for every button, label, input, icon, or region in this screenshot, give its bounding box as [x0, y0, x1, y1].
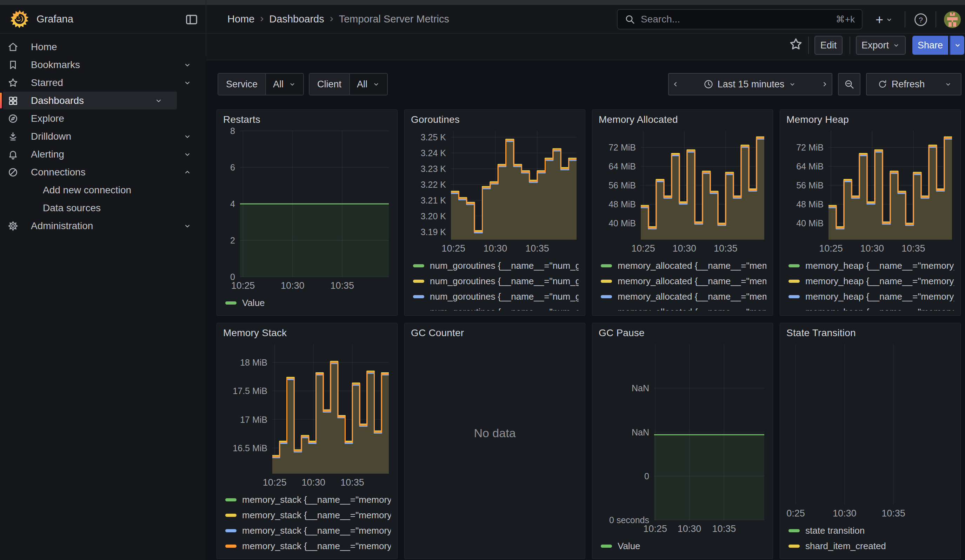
legend-item[interactable]: num_goroutines {__name__="num_go [413, 273, 579, 289]
sidebar-item-add-new-connection[interactable]: Add new connection [0, 181, 206, 199]
legend-label: state transition [805, 525, 865, 536]
time-range-picker[interactable]: Last 15 minutes [682, 73, 818, 95]
svg-text:10:30: 10:30 [301, 477, 325, 488]
legend-item[interactable]: memory_stack {__name__="memory_s [225, 492, 391, 508]
chevron-down-icon[interactable] [183, 222, 191, 230]
sidebar-item-bookmarks[interactable]: Bookmarks [0, 56, 206, 73]
sidebar-item-home[interactable]: Home [0, 38, 206, 56]
dock-sidebar-icon[interactable] [183, 12, 200, 27]
series-marker [601, 310, 612, 311]
avatar[interactable] [944, 11, 961, 28]
chevron-down-icon[interactable] [183, 150, 191, 158]
chevron-down-icon[interactable] [183, 78, 191, 87]
legend: memory_stack {__name__="memory_s memory_… [223, 492, 391, 553]
time-range-back-button[interactable] [668, 73, 683, 95]
legend-item[interactable]: memory_heap {__name__="memory_h [788, 258, 954, 273]
state-transition-chart[interactable]: 0:2510:3010:35 [787, 341, 954, 521]
sidebar-item-data-sources[interactable]: Data sources [0, 199, 206, 217]
legend-item[interactable]: memory_heap {__name__="memory_h [788, 304, 954, 310]
legend-item[interactable]: memory_stack {__name__="memory_s [225, 523, 391, 538]
svg-text:0: 0 [644, 471, 649, 481]
search-input[interactable] [640, 13, 831, 25]
breadcrumb-dashboards[interactable]: Dashboards [269, 13, 324, 25]
panel-title[interactable]: GC Pause [599, 327, 766, 339]
chevron-down-icon[interactable] [154, 96, 163, 105]
legend-label: shard_item_created [805, 541, 886, 552]
sidebar-item-administration[interactable]: Administration [0, 217, 206, 235]
panel-title[interactable]: GC Counter [411, 327, 579, 339]
client-filter[interactable]: Client All [309, 73, 388, 95]
svg-text:48 MiB: 48 MiB [608, 199, 636, 209]
chevron-down-icon[interactable] [183, 61, 191, 69]
panel-title[interactable]: State Transition [787, 327, 954, 339]
legend-item[interactable]: memory_stack {__name__="memory_s [225, 508, 391, 523]
legend-item[interactable]: memory_allocated {__name__="memo [601, 258, 766, 273]
legend-item[interactable]: state transition [788, 523, 954, 538]
share-dropdown-button[interactable] [950, 36, 964, 55]
chevron-left-icon [671, 80, 680, 88]
star-dashboard-button[interactable] [789, 37, 804, 53]
clock-icon [703, 79, 713, 89]
legend-label: num_goroutines {__name__="num_go [430, 307, 579, 311]
legend-item[interactable]: memory_allocated {__name__="memo [601, 273, 766, 289]
goroutines-chart[interactable]: 10:2510:3010:353.25 K3.24 K3.23 K3.22 K3… [411, 127, 579, 256]
svg-text:64 MiB: 64 MiB [608, 162, 636, 171]
svg-text:3.24 K: 3.24 K [421, 148, 447, 158]
legend-item[interactable]: memory_stack {__name__="memory_s [225, 538, 391, 553]
svg-text:10:30: 10:30 [860, 243, 884, 254]
panel-title[interactable]: Goroutines [411, 114, 579, 125]
search-input-wrap[interactable]: ⌘+k [617, 9, 862, 29]
legend-item[interactable]: memory_allocated {__name__="memo [601, 289, 766, 304]
panel-gc-pause: GC Pause 10:2510:3010:35NaNNaN00 seconds… [592, 323, 773, 559]
nav-divider [936, 11, 936, 28]
sidebar-item-connections[interactable]: Connections [0, 163, 206, 181]
sidebar-item-explore[interactable]: Explore [0, 109, 206, 127]
sidebar-item-dashboards[interactable]: Dashboards [3, 91, 177, 109]
panel-title[interactable]: Memory Allocated [599, 114, 766, 125]
panel-memory-heap: Memory Heap 10:2510:3010:3572 MiB64 MiB5… [780, 109, 961, 316]
memory-stack-chart[interactable]: 10:2510:3010:3518 MiB17.5 MiB17 MiB16.5 … [223, 341, 391, 490]
search-shortcut: ⌘+k [836, 14, 855, 25]
memory-allocated-chart[interactable]: 10:2510:3010:3572 MiB64 MiB56 MiB48 MiB4… [599, 127, 766, 256]
legend-item[interactable]: num_goroutines {__name__="num_go [413, 304, 579, 310]
add-new-button[interactable]: + [871, 11, 898, 28]
panel-title[interactable]: Restarts [223, 114, 391, 125]
legend-item[interactable]: num_goroutines {__name__="num_go [413, 258, 579, 273]
svg-text:40 MiB: 40 MiB [608, 218, 636, 228]
legend-item[interactable]: memory_allocated {__name__="memo [601, 304, 766, 310]
gc-pause-chart[interactable]: 10:2510:3010:35NaNNaN00 seconds [599, 341, 766, 536]
panel-title[interactable]: Memory Heap [787, 114, 954, 125]
legend-item[interactable]: memory_heap {__name__="memory_h [788, 289, 954, 304]
edit-button[interactable]: Edit [815, 36, 842, 55]
refresh-button[interactable]: Refresh [866, 73, 936, 95]
panel-title[interactable]: Memory Stack [223, 327, 391, 339]
restarts-chart[interactable]: 10:2510:3010:3586420 [223, 127, 391, 293]
legend-item[interactable]: Value [601, 538, 766, 553]
legend-item[interactable]: memory_heap {__name__="memory_h [788, 273, 954, 289]
chevron-down-icon[interactable] [183, 132, 191, 141]
service-filter[interactable]: Service All [218, 73, 304, 95]
share-button[interactable]: Share [913, 36, 948, 55]
export-button[interactable]: Export [856, 36, 906, 55]
sidebar-item-starred[interactable]: Starred [0, 73, 206, 91]
svg-text:10:35: 10:35 [330, 280, 354, 291]
breadcrumb: Home › Dashboards › Temporal Server Metr… [227, 5, 449, 33]
grafana-logo-icon[interactable] [10, 9, 29, 29]
sidebar-item-drilldown[interactable]: Drilldown [0, 127, 206, 145]
chevron-up-icon[interactable] [183, 168, 191, 176]
legend-item[interactable]: num_goroutines {__name__="num_go [413, 289, 579, 304]
top-nav: Grafana Home › Dashboards › Temporal Ser… [0, 5, 965, 34]
zoom-out-button[interactable] [838, 73, 860, 95]
svg-text:64 MiB: 64 MiB [796, 162, 824, 171]
legend-item[interactable]: shard_item_created [788, 538, 954, 553]
breadcrumb-home[interactable]: Home [227, 13, 254, 25]
legend-label: memory_stack {__name__="memory_s [242, 541, 391, 552]
svg-text:10:25: 10:25 [231, 280, 255, 291]
memory-heap-chart[interactable]: 10:2510:3010:3572 MiB64 MiB56 MiB48 MiB4… [787, 127, 954, 256]
svg-text:3.23 K: 3.23 K [421, 164, 447, 174]
help-button[interactable]: ? [913, 12, 929, 28]
legend-item[interactable]: Value [225, 295, 391, 310]
refresh-interval-dropdown[interactable] [936, 73, 962, 95]
sidebar-item-alerting[interactable]: Alerting [0, 145, 206, 163]
time-range-forward-button[interactable] [818, 73, 833, 95]
